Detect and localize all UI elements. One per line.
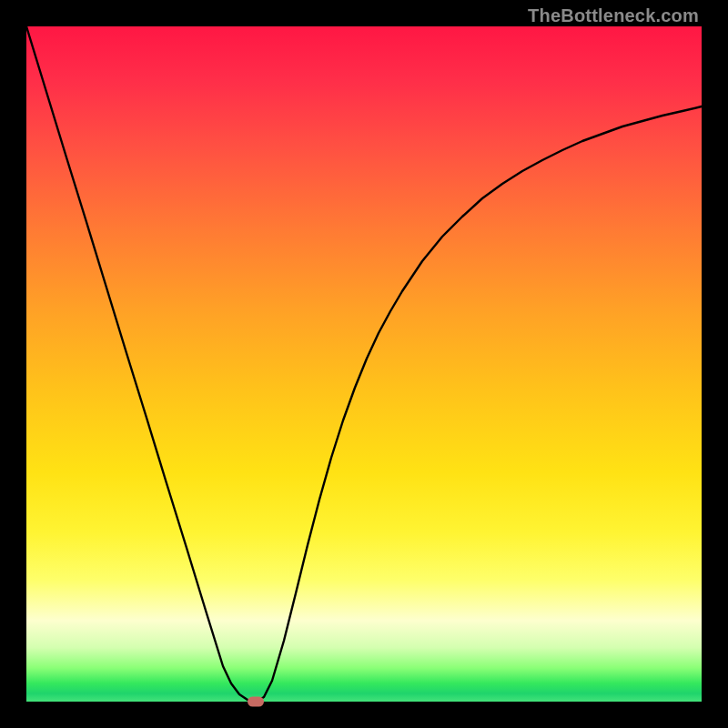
curve-path	[26, 26, 702, 702]
chart-frame: { "watermark": "TheBottleneck.com", "cha…	[0, 0, 728, 728]
bottleneck-curve	[26, 26, 702, 702]
minimum-marker	[248, 697, 264, 707]
watermark-text: TheBottleneck.com	[528, 5, 699, 26]
plot-area	[26, 26, 702, 702]
